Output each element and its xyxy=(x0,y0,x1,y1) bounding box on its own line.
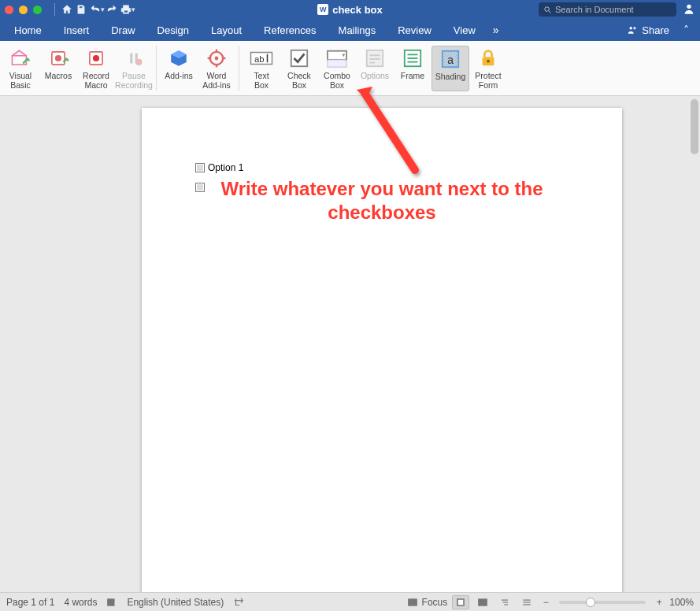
svg-rect-26 xyxy=(328,60,346,67)
option-1-label: Option 1 xyxy=(208,162,243,173)
svg-rect-44 xyxy=(458,599,464,605)
svg-rect-45 xyxy=(479,598,487,605)
check-box-button[interactable]: Check Box xyxy=(280,46,318,90)
svg-point-6 xyxy=(55,55,61,61)
frame-button[interactable]: Frame xyxy=(394,46,431,90)
combo-box-button[interactable]: Combo Box xyxy=(318,46,356,90)
window-minimize[interactable] xyxy=(19,6,28,14)
zoom-level[interactable]: 100% xyxy=(669,597,694,608)
scroll-thumb[interactable] xyxy=(691,99,698,154)
search-input[interactable]: Search in Document xyxy=(539,2,676,17)
title-bar: ▾ ▾ W check box Search in Document xyxy=(0,0,700,19)
svg-rect-23 xyxy=(291,50,307,66)
shading-button[interactable]: a Shading xyxy=(431,46,469,91)
collapse-ribbon-icon[interactable]: ˄ xyxy=(676,24,697,36)
tab-review[interactable]: Review xyxy=(387,19,443,41)
spellcheck-icon[interactable] xyxy=(106,597,117,608)
macros-icon xyxy=(45,47,72,69)
checkbox-control[interactable] xyxy=(195,183,205,192)
pause-recording-icon xyxy=(120,47,147,69)
vertical-scrollbar[interactable] xyxy=(689,96,700,592)
home-icon[interactable] xyxy=(60,2,74,17)
redo-icon[interactable] xyxy=(105,2,119,17)
svg-point-11 xyxy=(135,59,142,65)
visual-basic-icon xyxy=(7,47,34,69)
svg-point-2 xyxy=(687,4,691,8)
ribbon-tabs: Home Insert Draw Design Layout Reference… xyxy=(0,19,700,41)
status-bar: Page 1 of 1 4 words English (United Stat… xyxy=(0,592,700,611)
tab-layout[interactable]: Layout xyxy=(200,19,253,41)
tab-home[interactable]: Home xyxy=(3,19,53,41)
svg-point-0 xyxy=(545,6,550,11)
ribbon-developer: Visual Basic Macros Record Macro Pause R… xyxy=(0,41,700,96)
tab-draw[interactable]: Draw xyxy=(100,19,146,41)
doc-option-1[interactable]: Option 1 xyxy=(195,162,243,173)
search-placeholder: Search in Document xyxy=(555,5,634,14)
zoom-in-button[interactable]: + xyxy=(654,597,665,608)
options-button: Options xyxy=(356,46,394,90)
tab-design[interactable]: Design xyxy=(146,19,200,41)
record-macro-icon xyxy=(83,47,109,69)
tabs-overflow-icon[interactable]: » xyxy=(487,24,506,36)
svg-point-3 xyxy=(630,27,633,30)
tab-references[interactable]: References xyxy=(253,19,327,41)
zoom-slider[interactable] xyxy=(559,601,646,604)
window-controls xyxy=(5,6,42,14)
visual-basic-button[interactable]: Visual Basic xyxy=(2,46,39,90)
annotation-text: Write whatever you want next to the chec… xyxy=(217,177,547,224)
protect-form-icon xyxy=(475,47,502,69)
check-box-icon xyxy=(286,47,313,69)
svg-line-1 xyxy=(549,10,551,13)
tab-mailings[interactable]: Mailings xyxy=(328,19,387,41)
svg-rect-42 xyxy=(408,598,417,605)
text-box-button[interactable]: ab Text Box xyxy=(243,46,280,90)
svg-point-8 xyxy=(93,55,99,61)
add-ins-icon xyxy=(165,47,192,69)
frame-icon xyxy=(399,47,426,69)
zoom-out-button[interactable]: − xyxy=(540,597,551,608)
checkbox-control[interactable] xyxy=(195,163,205,172)
combo-box-icon xyxy=(324,47,350,69)
status-page[interactable]: Page 1 of 1 xyxy=(6,597,54,608)
svg-text:ab: ab xyxy=(254,54,265,64)
qat-customize-icon[interactable]: ▾ xyxy=(131,6,135,13)
status-words[interactable]: 4 words xyxy=(64,597,97,608)
svg-rect-9 xyxy=(130,54,132,64)
share-button[interactable]: Share xyxy=(620,24,676,36)
text-box-icon: ab xyxy=(248,47,275,69)
svg-text:a: a xyxy=(447,54,454,66)
svg-point-15 xyxy=(215,57,219,61)
window-close[interactable] xyxy=(5,6,13,14)
add-ins-button[interactable]: Add-ins xyxy=(160,46,198,90)
tab-view[interactable]: View xyxy=(443,19,487,41)
print-layout-view-icon[interactable] xyxy=(452,595,469,609)
status-language[interactable]: English (United States) xyxy=(127,597,224,608)
tab-insert[interactable]: Insert xyxy=(53,19,101,41)
focus-mode-button[interactable]: Focus xyxy=(407,597,448,608)
macros-button[interactable]: Macros xyxy=(39,46,77,90)
options-icon xyxy=(361,47,388,69)
word-doc-icon: W xyxy=(317,4,328,15)
svg-point-38 xyxy=(487,60,490,63)
outline-view-icon[interactable] xyxy=(496,595,513,609)
pause-recording-button: Pause Recording xyxy=(115,46,153,90)
record-macro-button[interactable]: Record Macro xyxy=(77,46,115,90)
word-add-ins-button[interactable]: Word Add-ins xyxy=(198,46,235,90)
web-layout-view-icon[interactable] xyxy=(474,595,491,609)
account-icon[interactable] xyxy=(683,2,695,17)
protect-form-button[interactable]: Protect Form xyxy=(469,46,507,90)
accessibility-icon[interactable] xyxy=(233,597,244,608)
document-canvas[interactable]: Option 1 xyxy=(0,96,700,592)
word-add-ins-icon xyxy=(203,47,230,69)
window-maximize[interactable] xyxy=(33,6,42,14)
doc-option-2[interactable] xyxy=(195,183,205,192)
shading-icon: a xyxy=(437,48,464,70)
save-icon[interactable] xyxy=(74,2,88,17)
draft-view-icon[interactable] xyxy=(518,595,535,609)
